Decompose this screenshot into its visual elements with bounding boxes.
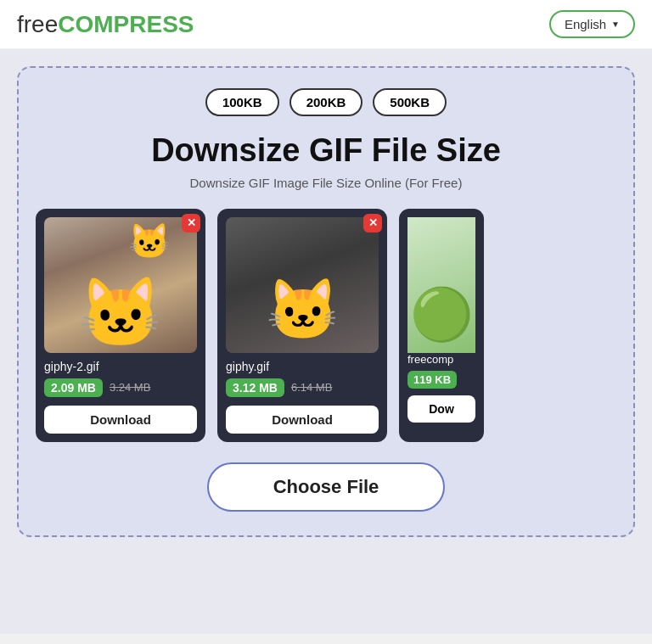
page-title: Downsize GIF File Size [36,132,616,171]
choose-file-button[interactable]: Choose File [207,462,445,512]
logo: freeCOMPRESS [17,11,194,38]
card-2: ✕ giphy.gif 3.12 MB 6.14 MB Download [217,209,387,442]
card-2-image [226,217,379,353]
card-2-sizes: 3.12 MB 6.14 MB [226,378,379,397]
card-1-size-new: 2.09 MB [44,378,103,397]
card-2-filename: giphy.gif [226,360,379,373]
card-1-filename: giphy-2.gif [44,360,197,373]
card-3-partial: freecomp 119 KB Dow [399,209,484,442]
card-2-size-new: 3.12 MB [226,378,284,397]
card-1-image [44,217,197,353]
close-icon-card-1[interactable]: ✕ [182,214,200,232]
preset-500kb-button[interactable]: 500KB [373,88,447,116]
upload-area: 100KB 200KB 500KB Downsize GIF File Size… [17,66,635,537]
download-button-3[interactable]: Dow [408,395,475,423]
page-subtitle: Downsize GIF Image File Size Online (For… [36,176,616,190]
card-3-filename: freecomp [408,353,475,366]
cards-container: ✕ giphy-2.gif 2.09 MB 3.24 MB Download ✕… [36,209,616,442]
preset-buttons-group: 100KB 200KB 500KB [36,88,616,116]
main-content: 100KB 200KB 500KB Downsize GIF File Size… [0,49,652,634]
preset-100kb-button[interactable]: 100KB [205,88,279,116]
card-2-size-old: 6.14 MB [291,381,332,394]
choose-file-wrapper: Choose File [36,462,616,512]
preset-200kb-button[interactable]: 200KB [289,88,363,116]
card-3-image [408,217,475,353]
header: freeCOMPRESS English ▼ [0,0,652,49]
language-label: English [565,17,606,31]
logo-compress: COMPRESS [58,11,194,37]
logo-free: free [17,11,58,37]
card-1: ✕ giphy-2.gif 2.09 MB 3.24 MB Download [36,209,205,442]
close-icon-card-2[interactable]: ✕ [363,214,382,232]
download-button-2[interactable]: Download [226,406,379,434]
card-1-size-old: 3.24 MB [110,381,150,394]
language-button[interactable]: English ▼ [549,10,635,38]
download-button-1[interactable]: Download [44,406,197,434]
card-1-sizes: 2.09 MB 3.24 MB [44,378,197,397]
card-3-size-new: 119 KB [408,371,457,389]
chevron-down-icon: ▼ [611,20,620,29]
